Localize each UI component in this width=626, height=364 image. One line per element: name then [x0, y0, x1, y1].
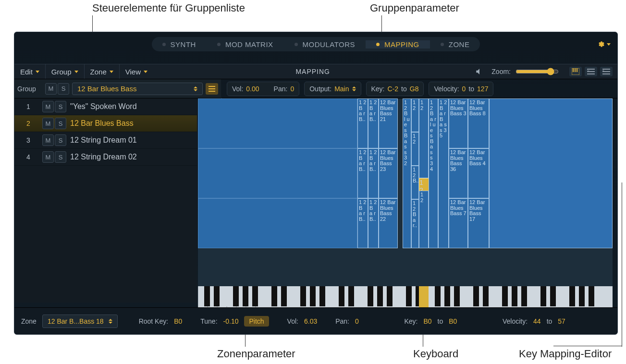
group-row[interactable]: 3 MS 12 String Dream 01: [14, 132, 197, 149]
solo-button[interactable]: S: [55, 134, 66, 146]
dot-icon: [376, 43, 380, 46]
menu-label: Edit: [20, 68, 33, 76]
dot-icon: [295, 43, 298, 46]
zone-block[interactable]: 1 2 B l u e s B a s s 3 2: [403, 98, 411, 248]
tab-synth[interactable]: SYNTH: [152, 40, 207, 49]
zone-block[interactable]: 1 2 B a r B..: [357, 148, 368, 198]
group-output[interactable]: Output: Main: [304, 82, 361, 96]
zoom-slider[interactable]: [516, 68, 559, 75]
zone-block[interactable]: 1 2 B a r B..: [357, 98, 368, 148]
menu-zone[interactable]: Zone: [85, 64, 120, 79]
zone-block[interactable]: 1 2: [411, 98, 419, 132]
list-icon: Z: [602, 68, 610, 75]
mute-button[interactable]: M: [42, 151, 54, 163]
callout-line: [553, 346, 622, 346]
group-vel-hi[interactable]: 127: [477, 85, 488, 93]
group-vol-value[interactable]: 0.00: [246, 85, 259, 93]
mute-all-button[interactable]: M: [45, 83, 57, 95]
group-vol-pan: Vol: 0.00 Pan: 0: [227, 82, 299, 96]
group-number: 2: [18, 120, 38, 127]
menu-group[interactable]: Group: [46, 64, 85, 79]
zone-block[interactable]: [198, 198, 357, 248]
zone-selected[interactable]: 1 2..: [419, 178, 430, 192]
zone-block[interactable]: 1 2: [411, 132, 419, 166]
view-zone-list-button[interactable]: Z: [600, 67, 613, 76]
row-mute-solo: MS: [42, 151, 66, 163]
zone-block[interactable]: 12 Bar Blues Bass 36: [449, 148, 468, 198]
zone-key-lo[interactable]: B0: [423, 317, 431, 325]
menu-edit[interactable]: Edit: [14, 64, 46, 79]
zone-block[interactable]: 1 2 B a r..: [411, 199, 419, 248]
solo-button[interactable]: S: [55, 118, 66, 129]
mute-button[interactable]: M: [42, 118, 54, 129]
mute-button[interactable]: M: [42, 134, 54, 146]
tab-mod-matrix[interactable]: MOD MATRIX: [207, 40, 284, 49]
tab-zone[interactable]: ZONE: [430, 40, 480, 49]
zone-pan-value[interactable]: 0: [355, 317, 359, 325]
tune-label: Tune:: [200, 317, 217, 325]
row-mute-solo: MS: [42, 118, 66, 129]
zone-block[interactable]: 12 Bar Blues Bass 7: [449, 198, 468, 248]
zone-block[interactable]: 12 Bar Blues Bass 3: [449, 98, 468, 148]
to-label: to: [438, 317, 443, 325]
audition-button[interactable]: [472, 67, 487, 76]
zone-block[interactable]: [198, 98, 357, 148]
zone-block[interactable]: 1 2 B a r B..: [368, 148, 379, 198]
key-mapping-editor[interactable]: 12 Bar Blues Bass 12 1 2 B a r B.. 1 2 B…: [198, 98, 613, 286]
zone-key-hi[interactable]: B0: [449, 317, 457, 325]
solo-button[interactable]: S: [55, 151, 66, 163]
tune-value[interactable]: -0.10: [223, 317, 239, 325]
mute-button[interactable]: M: [42, 101, 54, 112]
zone-vol-value[interactable]: 6.03: [304, 317, 317, 325]
zone-block[interactable]: 1 2 B a r l u e s B a s s 3 4: [429, 98, 438, 248]
group-row[interactable]: 4 MS 12 String Dream 02: [14, 149, 197, 166]
group-row[interactable]: 1 MS "Yes" Spoken Word: [14, 98, 197, 115]
group-number: 3: [18, 136, 38, 144]
zone-block[interactable]: 1 2 B a r B..: [368, 98, 379, 148]
pitch-toggle[interactable]: Pitch: [244, 316, 269, 327]
svg-rect-1: [573, 68, 574, 72]
zone-block[interactable]: 1 2: [419, 98, 429, 178]
zone-select[interactable]: 12 Bar B...Bass 18: [42, 315, 118, 328]
group-row[interactable]: 2 MS 12 Bar Blues Bass: [14, 115, 197, 132]
zone-vel-hi[interactable]: 57: [558, 317, 565, 325]
root-key-value[interactable]: B0: [174, 317, 182, 325]
group-list: 1 MS "Yes" Spoken Word 2 MS 12 Bar Blues…: [14, 98, 197, 303]
group-output-value: Main: [334, 85, 349, 93]
key-mapping-icon: [572, 68, 579, 75]
settings-menu-button[interactable]: [598, 39, 611, 49]
zone-block[interactable]: 1 2 B a r B..: [368, 198, 379, 248]
zone-vel-lo[interactable]: 44: [533, 317, 541, 325]
solo-all-button[interactable]: S: [58, 83, 69, 95]
zoom-control: Zoom:: [487, 67, 565, 76]
svg-text:Z: Z: [602, 69, 604, 72]
group-pan-value[interactable]: 0: [290, 85, 294, 93]
zone-block[interactable]: [489, 98, 613, 248]
group-vel-lo[interactable]: 0: [462, 85, 466, 93]
zone-block[interactable]: [198, 148, 357, 198]
zone-block[interactable]: 12 Bar Blues Bass 22: [379, 198, 398, 248]
zone-block[interactable]: 12 Bar Blues Bass 21: [379, 98, 398, 148]
group-key-range: Key: C-2 to G8: [366, 82, 424, 96]
chevron-down-icon: [110, 71, 113, 73]
solo-button[interactable]: S: [55, 101, 66, 112]
group-list-toggle-button[interactable]: [206, 83, 218, 95]
view-key-mapping-button[interactable]: [569, 67, 582, 76]
view-group-list-button[interactable]: G: [585, 67, 597, 76]
tab-mapping[interactable]: MAPPING: [366, 40, 430, 49]
group-key-lo[interactable]: C-2: [388, 85, 399, 93]
zone-block[interactable]: 12 Bar Blues Bass 8: [468, 98, 489, 148]
callout-group-list-controls: Steuerelemente für Gruppenliste: [92, 2, 245, 14]
zone-pan-label: Pan:: [335, 317, 349, 325]
zone-block[interactable]: 12 Bar Blues Bass 17: [468, 198, 489, 248]
zone-block[interactable]: 1 2 B a r B a s s 3 5: [438, 98, 449, 248]
zone-block[interactable]: 1 2: [419, 191, 429, 248]
menu-view[interactable]: View: [120, 64, 153, 79]
group-key-hi[interactable]: G8: [410, 85, 419, 93]
zone-block[interactable]: 1 2 B..: [411, 166, 419, 199]
tab-modulators[interactable]: MODULATORS: [284, 40, 366, 49]
group-select[interactable]: 12 Bar Blues Bass: [72, 83, 203, 95]
zone-block[interactable]: 12 Bar Blues Bass 23: [379, 148, 398, 198]
zone-block[interactable]: 12 Bar Blues Bass 4: [468, 148, 489, 198]
zone-block[interactable]: 1 2 B a r B..: [357, 198, 368, 248]
